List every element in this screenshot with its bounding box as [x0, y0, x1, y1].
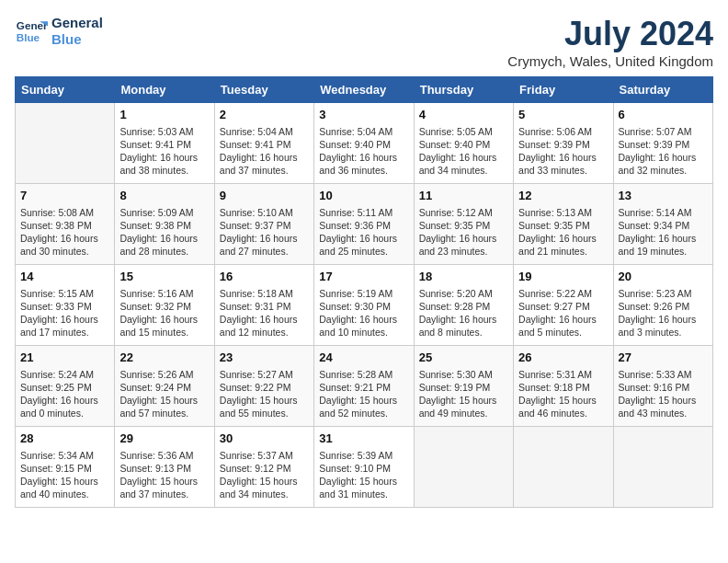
day-info-line: Sunrise: 5:24 AM	[20, 368, 109, 381]
day-info-line: Sunset: 9:36 PM	[319, 219, 408, 232]
day-info-line: Sunrise: 5:34 AM	[20, 449, 109, 462]
day-info-line: Sunrise: 5:23 AM	[619, 287, 708, 300]
day-info-line: Sunrise: 5:05 AM	[419, 125, 508, 138]
day-info-line: Daylight: 16 hours	[20, 394, 109, 407]
day-number: 19	[518, 269, 608, 285]
weekday-header: Friday	[514, 77, 613, 103]
calendar-cell	[414, 427, 513, 508]
calendar-cell: 19Sunrise: 5:22 AMSunset: 9:27 PMDayligh…	[514, 265, 613, 346]
calendar-cell: 23Sunrise: 5:27 AMSunset: 9:22 PMDayligh…	[214, 346, 313, 427]
day-info-line: Sunset: 9:24 PM	[119, 381, 209, 394]
day-number: 30	[220, 431, 309, 447]
day-info-line: and 46 minutes.	[518, 407, 608, 419]
day-info-line: Sunrise: 5:39 AM	[319, 449, 408, 462]
logo-line2: Blue	[51, 31, 103, 48]
day-info-line: and 37 minutes.	[220, 164, 309, 177]
day-info-line: Daylight: 15 hours	[220, 394, 309, 407]
day-info-line: Sunset: 9:35 PM	[518, 219, 608, 232]
day-info-line: Sunrise: 5:31 AM	[518, 368, 608, 381]
day-info-line: Sunrise: 5:10 AM	[220, 206, 309, 219]
calendar-cell: 11Sunrise: 5:12 AMSunset: 9:35 PMDayligh…	[414, 184, 513, 265]
calendar-cell: 28Sunrise: 5:34 AMSunset: 9:15 PMDayligh…	[16, 427, 115, 508]
day-info-line: Sunset: 9:25 PM	[20, 381, 109, 394]
day-info-line: Sunrise: 5:08 AM	[20, 206, 109, 219]
day-info-line: Daylight: 15 hours	[220, 475, 309, 488]
calendar-cell	[514, 427, 613, 508]
day-info-line: Sunrise: 5:07 AM	[619, 125, 708, 138]
day-info-line: Sunrise: 5:33 AM	[619, 368, 708, 381]
day-info-line: and 19 minutes.	[619, 245, 708, 258]
day-info-line: Sunrise: 5:19 AM	[319, 287, 408, 300]
day-number: 15	[119, 269, 209, 285]
day-number: 25	[419, 350, 508, 366]
day-info-line: Sunset: 9:32 PM	[119, 300, 209, 313]
day-info-line: Sunset: 9:40 PM	[419, 138, 508, 151]
day-info-line: and 12 minutes.	[220, 326, 309, 339]
calendar-cell: 7Sunrise: 5:08 AMSunset: 9:38 PMDaylight…	[16, 184, 115, 265]
day-number: 28	[20, 431, 109, 447]
day-number: 9	[220, 188, 309, 204]
week-row: 14Sunrise: 5:15 AMSunset: 9:33 PMDayligh…	[16, 265, 713, 346]
week-row: 7Sunrise: 5:08 AMSunset: 9:38 PMDaylight…	[16, 184, 713, 265]
day-info-line: and 52 minutes.	[319, 407, 408, 419]
calendar-cell: 18Sunrise: 5:20 AMSunset: 9:28 PMDayligh…	[414, 265, 513, 346]
day-number: 27	[619, 350, 708, 366]
day-info-line: Sunrise: 5:09 AM	[119, 206, 209, 219]
day-info-line: Sunset: 9:22 PM	[220, 381, 309, 394]
day-number: 11	[419, 188, 508, 204]
day-info-line: Sunrise: 5:20 AM	[419, 287, 508, 300]
calendar-cell: 12Sunrise: 5:13 AMSunset: 9:35 PMDayligh…	[514, 184, 613, 265]
calendar-cell: 6Sunrise: 5:07 AMSunset: 9:39 PMDaylight…	[613, 103, 712, 184]
day-info-line: Daylight: 16 hours	[518, 151, 608, 164]
day-info-line: Daylight: 16 hours	[220, 313, 309, 326]
day-number: 23	[220, 350, 309, 366]
location-subtitle: Crymych, Wales, United Kingdom	[507, 53, 713, 69]
day-info-line: Sunrise: 5:13 AM	[518, 206, 608, 219]
calendar-cell: 16Sunrise: 5:18 AMSunset: 9:31 PMDayligh…	[214, 265, 313, 346]
logo-icon: General Blue	[15, 15, 48, 48]
day-info-line: Sunrise: 5:37 AM	[220, 449, 309, 462]
day-info-line: Sunrise: 5:22 AM	[518, 287, 608, 300]
day-info-line: and 32 minutes.	[619, 164, 708, 177]
day-info-line: Sunset: 9:39 PM	[518, 138, 608, 151]
day-info-line: Sunset: 9:41 PM	[119, 138, 209, 151]
day-info-line: and 30 minutes.	[20, 245, 109, 258]
day-number: 16	[220, 269, 309, 285]
week-row: 21Sunrise: 5:24 AMSunset: 9:25 PMDayligh…	[16, 346, 713, 427]
calendar-cell: 29Sunrise: 5:36 AMSunset: 9:13 PMDayligh…	[115, 427, 214, 508]
day-info-line: and 34 minutes.	[419, 164, 508, 177]
day-info-line: and 34 minutes.	[220, 488, 309, 500]
day-info-line: Daylight: 16 hours	[518, 232, 608, 245]
day-number: 20	[619, 269, 708, 285]
day-number: 31	[319, 431, 408, 447]
day-info-line: Sunrise: 5:28 AM	[319, 368, 408, 381]
day-info-line: and 31 minutes.	[319, 488, 408, 500]
day-info-line: Daylight: 16 hours	[518, 313, 608, 326]
day-number: 5	[518, 107, 608, 123]
day-info-line: Sunrise: 5:16 AM	[119, 287, 209, 300]
day-info-line: Sunset: 9:41 PM	[220, 138, 309, 151]
calendar-cell: 5Sunrise: 5:06 AMSunset: 9:39 PMDaylight…	[514, 103, 613, 184]
day-info-line: and 10 minutes.	[319, 326, 408, 339]
calendar-cell: 27Sunrise: 5:33 AMSunset: 9:16 PMDayligh…	[613, 346, 712, 427]
day-number: 18	[419, 269, 508, 285]
day-info-line: Daylight: 16 hours	[220, 151, 309, 164]
day-info-line: Daylight: 15 hours	[119, 475, 209, 488]
calendar-cell: 21Sunrise: 5:24 AMSunset: 9:25 PMDayligh…	[16, 346, 115, 427]
day-info-line: Sunset: 9:31 PM	[220, 300, 309, 313]
day-info-line: Sunrise: 5:06 AM	[518, 125, 608, 138]
day-number: 4	[419, 107, 508, 123]
day-number: 13	[619, 188, 708, 204]
day-info-line: Sunset: 9:30 PM	[319, 300, 408, 313]
day-info-line: and 40 minutes.	[20, 488, 109, 500]
weekday-row: SundayMondayTuesdayWednesdayThursdayFrid…	[16, 77, 713, 103]
day-info-line: Sunrise: 5:18 AM	[220, 287, 309, 300]
day-info-line: Daylight: 15 hours	[518, 394, 608, 407]
day-info-line: Sunset: 9:37 PM	[220, 219, 309, 232]
calendar-cell: 31Sunrise: 5:39 AMSunset: 9:10 PMDayligh…	[314, 427, 414, 508]
day-info-line: Daylight: 16 hours	[419, 232, 508, 245]
day-number: 8	[119, 188, 209, 204]
day-info-line: Daylight: 16 hours	[119, 313, 209, 326]
day-info-line: and 23 minutes.	[419, 245, 508, 258]
day-info-line: Sunrise: 5:36 AM	[119, 449, 209, 462]
